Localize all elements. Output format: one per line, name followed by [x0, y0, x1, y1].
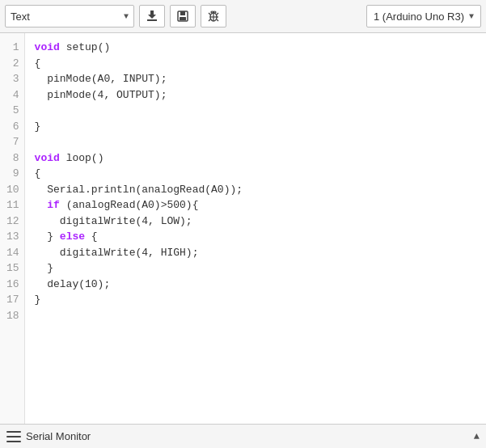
download-button[interactable] — [139, 5, 165, 27]
code-content[interactable]: void setup(){ pinMode(A0, INPUT); pinMod… — [25, 33, 486, 424]
code-line: digitalWrite(4, HIGH); — [35, 245, 476, 261]
code-line: Serial.println(analogRead(A0)); — [35, 182, 476, 198]
code-line — [35, 308, 476, 324]
code-line: pinMode(A0, INPUT); — [35, 71, 476, 87]
editor-area: 123456789101112131415161718 void setup()… — [0, 33, 486, 424]
code-line: void loop() — [35, 150, 476, 167]
code-line: } — [35, 119, 476, 135]
svg-rect-0 — [147, 19, 157, 21]
toolbar: Text ▼ 1 (Arduino Uno R3) ▼ — [0, 0, 486, 33]
code-line: digitalWrite(4, LOW); — [35, 213, 476, 230]
code-line: } else { — [35, 229, 476, 245]
bottom-bar: Serial Monitor ▲ — [0, 424, 486, 448]
code-line: if (analogRead(A0)>500){ — [35, 197, 476, 213]
board-arrow-icon: ▼ — [469, 12, 474, 21]
line-numbers: 123456789101112131415161718 — [0, 33, 25, 424]
code-line: delay(10); — [35, 277, 476, 293]
code-line: { — [35, 56, 476, 72]
mode-label: Text — [11, 11, 124, 23]
code-line: void setup() — [35, 40, 476, 56]
board-selector[interactable]: 1 (Arduino Uno R3) ▼ — [366, 5, 481, 27]
expand-icon[interactable]: ▲ — [474, 431, 480, 442]
svg-line-8 — [217, 13, 218, 15]
serial-monitor-icon — [6, 431, 21, 442]
mode-selector[interactable]: Text ▼ — [5, 5, 134, 27]
code-line — [35, 134, 476, 150]
debug-button[interactable] — [201, 5, 226, 27]
code-line: } — [35, 260, 476, 277]
bug-icon — [207, 10, 220, 23]
svg-line-7 — [209, 13, 210, 15]
code-line — [35, 103, 476, 119]
board-label: 1 (Arduino Uno R3) — [374, 11, 464, 23]
svg-point-12 — [213, 11, 216, 13]
svg-rect-3 — [180, 17, 186, 20]
download-icon — [146, 10, 158, 23]
serial-monitor-label: Serial Monitor — [26, 430, 91, 442]
code-line: } — [35, 292, 476, 308]
save-button[interactable] — [170, 5, 196, 27]
svg-line-10 — [217, 19, 218, 21]
code-line: { — [35, 166, 476, 182]
svg-line-9 — [209, 19, 210, 21]
mode-arrow-icon: ▼ — [124, 12, 129, 21]
svg-rect-2 — [180, 11, 185, 15]
save-icon — [176, 10, 189, 23]
code-line: pinMode(4, OUTPUT); — [35, 87, 476, 104]
